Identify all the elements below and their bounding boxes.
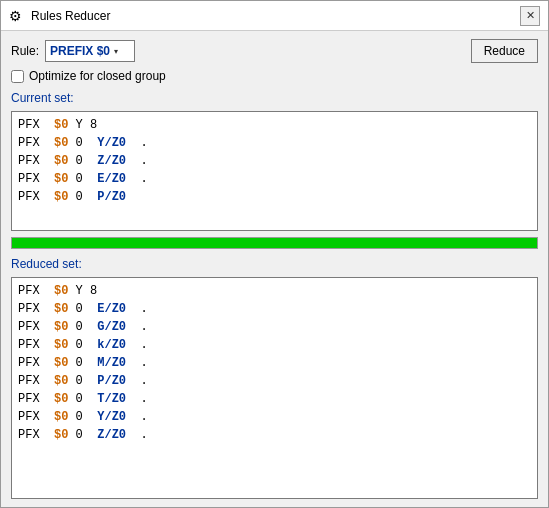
list-item: PFX $0 0 E/Z0 . bbox=[18, 300, 531, 318]
list-item: PFX $0 0 Y/Z0 . bbox=[18, 408, 531, 426]
list-item: PFX $0 0 G/Z0 . bbox=[18, 318, 531, 336]
title-bar-left: ⚙ Rules Reducer bbox=[9, 8, 110, 24]
list-item: PFX $0 0 Y/Z0 . bbox=[18, 134, 531, 152]
current-set-label: Current set: bbox=[11, 91, 538, 105]
progress-bar-fill bbox=[12, 238, 537, 248]
current-set-box: PFX $0 Y 8 PFX $0 0 Y/Z0 . PFX $0 0 Z/Z0… bbox=[11, 111, 538, 231]
optimize-checkbox-row: Optimize for closed group bbox=[11, 69, 538, 83]
rule-label: Rule: bbox=[11, 44, 39, 58]
main-window: ⚙ Rules Reducer ✕ Rule: PREFIX $0 ▾ Redu… bbox=[0, 0, 549, 508]
content-area: Rule: PREFIX $0 ▾ Reduce Optimize for cl… bbox=[1, 31, 548, 507]
rule-dropdown[interactable]: PREFIX $0 ▾ bbox=[45, 40, 135, 62]
rule-dropdown-value: PREFIX $0 bbox=[50, 44, 110, 58]
list-item: PFX $0 Y 8 bbox=[18, 116, 531, 134]
reduce-button[interactable]: Reduce bbox=[471, 39, 538, 63]
rule-left: Rule: PREFIX $0 ▾ bbox=[11, 40, 135, 62]
list-item: PFX $0 0 k/Z0 . bbox=[18, 336, 531, 354]
list-item: PFX $0 Y 8 bbox=[18, 282, 531, 300]
list-item: PFX $0 0 P/Z0 bbox=[18, 188, 531, 206]
reduced-set-box: PFX $0 Y 8 PFX $0 0 E/Z0 . PFX $0 0 G/Z0… bbox=[11, 277, 538, 499]
close-button[interactable]: ✕ bbox=[520, 6, 540, 26]
window-icon: ⚙ bbox=[9, 8, 25, 24]
title-bar: ⚙ Rules Reducer ✕ bbox=[1, 1, 548, 31]
optimize-checkbox[interactable] bbox=[11, 70, 24, 83]
list-item: PFX $0 0 E/Z0 . bbox=[18, 170, 531, 188]
chevron-down-icon: ▾ bbox=[114, 47, 118, 56]
window-title: Rules Reducer bbox=[31, 9, 110, 23]
reduced-set-inner[interactable]: PFX $0 Y 8 PFX $0 0 E/Z0 . PFX $0 0 G/Z0… bbox=[12, 278, 537, 498]
optimize-checkbox-label[interactable]: Optimize for closed group bbox=[29, 69, 166, 83]
list-item: PFX $0 0 P/Z0 . bbox=[18, 372, 531, 390]
progress-bar-container bbox=[11, 237, 538, 249]
rule-row: Rule: PREFIX $0 ▾ Reduce bbox=[11, 39, 538, 63]
list-item: PFX $0 0 M/Z0 . bbox=[18, 354, 531, 372]
list-item: PFX $0 0 Z/Z0 . bbox=[18, 426, 531, 444]
list-item: PFX $0 0 T/Z0 . bbox=[18, 390, 531, 408]
current-set-inner[interactable]: PFX $0 Y 8 PFX $0 0 Y/Z0 . PFX $0 0 Z/Z0… bbox=[12, 112, 537, 230]
list-item: PFX $0 0 Z/Z0 . bbox=[18, 152, 531, 170]
reduced-set-label: Reduced set: bbox=[11, 257, 538, 271]
